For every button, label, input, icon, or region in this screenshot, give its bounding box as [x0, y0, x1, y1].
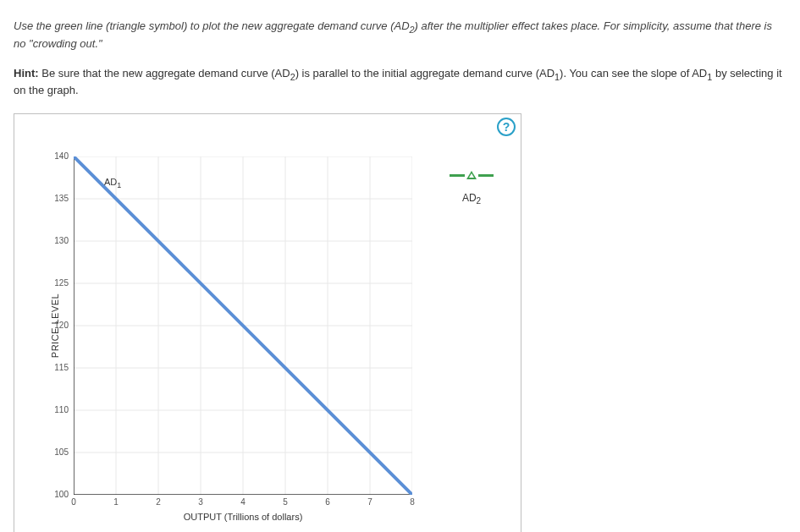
ytick-110: 110	[43, 406, 69, 414]
instruction-text: Use the green line (triangle symbol) to …	[14, 18, 786, 53]
ad2-label-sub: 2	[477, 197, 482, 206]
graph-panel: ?	[14, 113, 521, 532]
x-axis-label: OUTPUT (Trillions of dollars)	[184, 512, 303, 522]
ad2-label: AD2	[438, 192, 505, 204]
hint-var2: AD	[539, 67, 554, 80]
chart-svg[interactable]	[74, 156, 412, 495]
xtick-6: 6	[319, 498, 336, 507]
xtick-3: 3	[192, 498, 209, 507]
hint-p2: ) is parallel to the initial aggregate d…	[295, 67, 539, 80]
xtick-2: 2	[150, 498, 167, 507]
hint-p1: Be sure that the new aggregate demand cu…	[39, 67, 275, 80]
hint-var3: AD	[692, 67, 707, 80]
ad1-label-sub: 1	[117, 181, 121, 189]
xtick-7: 7	[361, 498, 378, 507]
hint-p3: ). You can see the slope of	[560, 67, 692, 80]
xtick-8: 8	[404, 498, 421, 507]
xtick-4: 4	[234, 498, 251, 507]
ad1-label-text: AD	[104, 177, 117, 187]
chart-area[interactable]: 140 135 130 125 120 115 110 105 100 0 1 …	[74, 156, 412, 495]
hint-var1: AD	[275, 67, 290, 80]
xtick-5: 5	[277, 498, 294, 507]
ad1-label: AD1	[104, 177, 121, 187]
y-axis-label: PRICE LEVEL	[50, 293, 60, 358]
xtick-0: 0	[65, 498, 82, 507]
ad2-tool[interactable]: AD2	[438, 168, 505, 204]
ytick-140: 140	[43, 152, 69, 161]
ytick-105: 105	[43, 448, 69, 457]
ytick-130: 130	[43, 237, 69, 245]
ytick-125: 125	[43, 279, 69, 288]
instruction-pre: Use the green line (triangle symbol) to …	[14, 19, 394, 32]
hint-label: Hint:	[14, 67, 39, 80]
hint-text: Hint: Be sure that the new aggregate dem…	[14, 65, 786, 101]
ad2-label-text: AD	[462, 192, 477, 204]
var-ad2: AD	[394, 19, 409, 32]
ytick-115: 115	[43, 364, 69, 372]
ytick-135: 135	[43, 195, 69, 203]
xtick-1: 1	[108, 498, 124, 507]
help-button[interactable]: ?	[497, 118, 516, 136]
triangle-icon[interactable]	[438, 168, 505, 182]
